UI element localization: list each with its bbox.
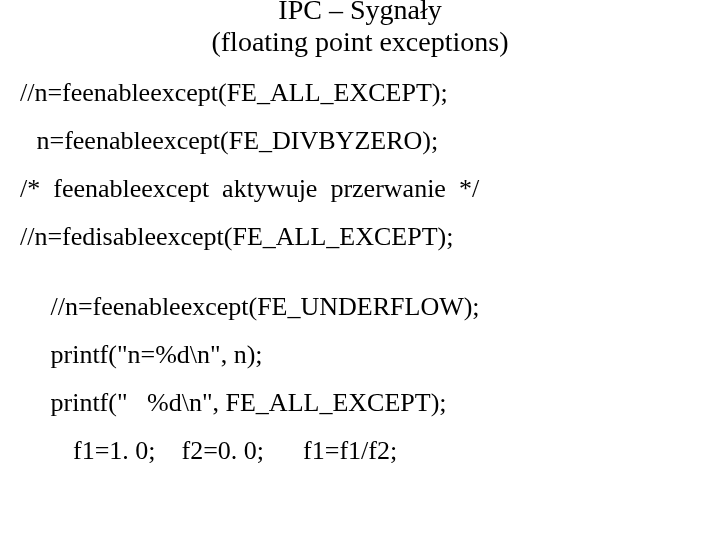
code-line: f1=1. 0; f2=0. 0; f1=f1/f2; xyxy=(20,438,720,464)
slide-title: IPC – Sygnały (floating point exceptions… xyxy=(0,0,720,58)
code-line: /* feenableexcept aktywuje przerwanie */ xyxy=(20,176,720,202)
code-line: //n=fedisableexcept(FE_ALL_EXCEPT); xyxy=(20,224,720,250)
code-line: printf(" %d\n", FE_ALL_EXCEPT); xyxy=(20,390,720,416)
code-block: //n=feenableexcept(FE_ALL_EXCEPT); n=fee… xyxy=(0,80,720,464)
code-line: //n=feenableexcept(FE_ALL_EXCEPT); xyxy=(20,80,720,106)
slide: IPC – Sygnały (floating point exceptions… xyxy=(0,0,720,534)
code-line: //n=feenableexcept(FE_UNDERFLOW); xyxy=(20,294,720,320)
code-line: printf("n=%d\n", n); xyxy=(20,342,720,368)
title-line-1: IPC – Sygnały xyxy=(0,0,720,26)
code-line: n=feenableexcept(FE_DIVBYZERO); xyxy=(20,128,720,154)
title-line-2: (floating point exceptions) xyxy=(0,26,720,58)
